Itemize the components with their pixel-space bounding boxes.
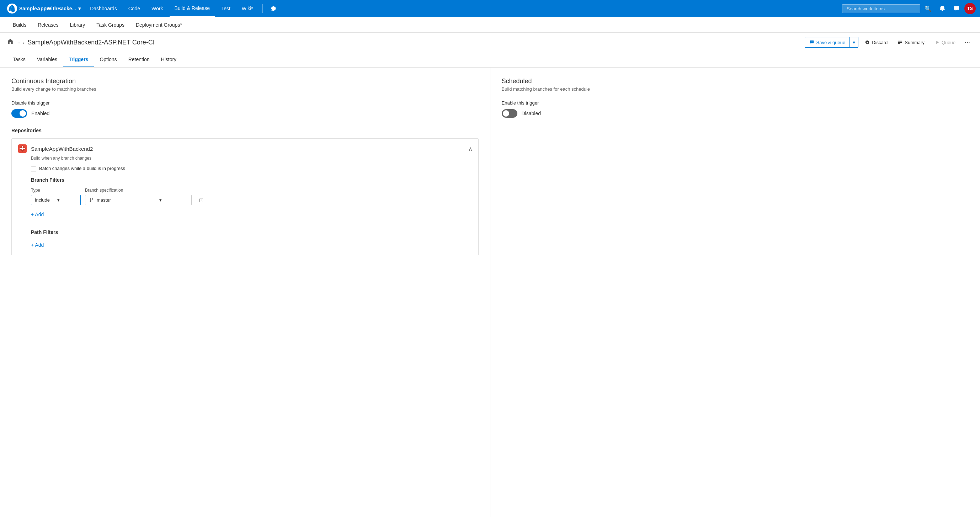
more-options-button[interactable]: ··· [962, 37, 973, 48]
nav-code[interactable]: Code [123, 0, 145, 17]
discard-button[interactable]: Discard [861, 38, 891, 47]
branch-filters-section: Branch Filters Type Include ▾ Branch spe… [31, 177, 473, 220]
brand-logo[interactable]: SampleAppWithBacke... ▾ [4, 3, 84, 14]
repo-name: SampleAppWithBackend2 [31, 146, 465, 152]
delete-filter-button[interactable] [196, 194, 207, 205]
nav-separator [262, 4, 263, 13]
repo-chevron-icon[interactable]: ∧ [468, 145, 473, 152]
ci-trigger-label: Disable this trigger [11, 100, 479, 106]
scheduled-toggle[interactable] [502, 109, 517, 118]
scheduled-trigger-label: Enable this trigger [502, 100, 969, 106]
branch-filter-col: Branch specification master ▾ [85, 188, 192, 205]
sub-navigation: Builds Releases Library Task Groups Depl… [0, 17, 980, 33]
gear-icon[interactable] [267, 2, 280, 15]
filter-row: Type Include ▾ Branch specification [31, 188, 473, 205]
sub-nav-deployment-groups[interactable]: Deployment Groups* [130, 17, 188, 33]
sub-nav-builds[interactable]: Builds [7, 17, 32, 33]
page-title: SampleAppWithBackend2-ASP.NET Core-CI [27, 39, 155, 46]
nav-dashboards[interactable]: Dashboards [85, 0, 122, 17]
page-header: ··· › SampleAppWithBackend2-ASP.NET Core… [0, 33, 980, 52]
scheduled-section-title: Scheduled [502, 78, 969, 85]
ci-toggle-row: Enabled [11, 109, 479, 118]
svg-point-8 [90, 198, 91, 199]
sub-nav-releases[interactable]: Releases [32, 17, 64, 33]
ci-section-subtitle: Build every change to matching branches [11, 86, 479, 92]
search-input[interactable] [842, 4, 920, 13]
left-panel: Continuous Integration Build every chang… [0, 68, 490, 517]
type-filter-col: Type Include ▾ [31, 188, 81, 205]
azure-devops-icon [7, 3, 17, 14]
nav-wiki[interactable]: Wiki* [237, 0, 258, 17]
repo-card: SampleAppWithBackend2 ∧ Build when any b… [11, 138, 479, 255]
tab-tasks[interactable]: Tasks [7, 52, 31, 67]
branch-filters-title: Branch Filters [31, 177, 473, 183]
tab-retention[interactable]: Retention [123, 52, 155, 67]
breadcrumb-separator: › [23, 40, 24, 45]
nav-build-release[interactable]: Build & Release [170, 0, 215, 17]
chat-icon[interactable] [950, 2, 963, 15]
tab-triggers[interactable]: Triggers [63, 52, 94, 67]
ci-toggle-label: Enabled [31, 111, 49, 116]
queue-button[interactable]: Queue [931, 38, 959, 47]
svg-point-9 [90, 200, 91, 202]
scheduled-toggle-label: Disabled [522, 111, 541, 116]
home-icon[interactable] [7, 38, 14, 46]
path-filters-title: Path Filters [31, 229, 473, 235]
search-icon[interactable]: 🔍 [922, 2, 934, 15]
nav-work[interactable]: Work [146, 0, 168, 17]
summary-button[interactable]: Summary [894, 38, 928, 47]
avatar[interactable]: TS [964, 3, 976, 14]
repo-header: SampleAppWithBackend2 ∧ [18, 144, 473, 154]
top-navigation: SampleAppWithBacke... ▾ Dashboards Code … [0, 0, 980, 17]
sub-nav-library[interactable]: Library [64, 17, 91, 33]
right-panel: Scheduled Build matching branches for ea… [490, 68, 980, 517]
repo-subtitle: Build when any branch changes [31, 156, 473, 161]
sub-nav-task-groups[interactable]: Task Groups [91, 17, 130, 33]
add-branch-filter-button[interactable]: + Add [31, 210, 473, 220]
tab-options[interactable]: Options [94, 52, 123, 67]
type-select[interactable]: Include ▾ [31, 195, 81, 205]
ci-section-title: Continuous Integration [11, 78, 479, 85]
nav-test[interactable]: Test [216, 0, 235, 17]
path-filters-section: Path Filters + Add [31, 229, 473, 250]
top-nav-right: 🔍 TS [842, 2, 976, 15]
branch-filter-label: Branch specification [85, 188, 192, 193]
scheduled-section-subtitle: Build matching branches for each schedul… [502, 86, 969, 92]
save-queue-button[interactable]: Save & queue ▾ [805, 37, 859, 48]
svg-point-10 [92, 198, 93, 199]
notification-icon[interactable] [936, 2, 949, 15]
add-path-filter-button[interactable]: + Add [31, 240, 473, 250]
breadcrumb-ellipsis[interactable]: ··· [16, 40, 20, 45]
branch-select[interactable]: master ▾ [85, 195, 192, 205]
batch-checkbox-row: Batch changes while a build is in progre… [31, 166, 473, 172]
tab-history[interactable]: History [155, 52, 182, 67]
scheduled-toggle-row: Disabled [502, 109, 969, 118]
ci-toggle[interactable] [11, 109, 27, 118]
content-area: Continuous Integration Build every chang… [0, 68, 980, 517]
batch-checkbox-label: Batch changes while a build is in progre… [39, 166, 125, 171]
page-header-actions: Save & queue ▾ Discard Summary Queue ··· [805, 37, 973, 48]
batch-checkbox[interactable] [31, 166, 36, 172]
repositories-label: Repositories [11, 128, 479, 133]
tab-variables[interactable]: Variables [31, 52, 63, 67]
content-tabs: Tasks Variables Triggers Options Retenti… [0, 52, 980, 68]
type-filter-label: Type [31, 188, 81, 193]
toggle-knob [19, 110, 26, 117]
toggle-knob [503, 110, 509, 117]
